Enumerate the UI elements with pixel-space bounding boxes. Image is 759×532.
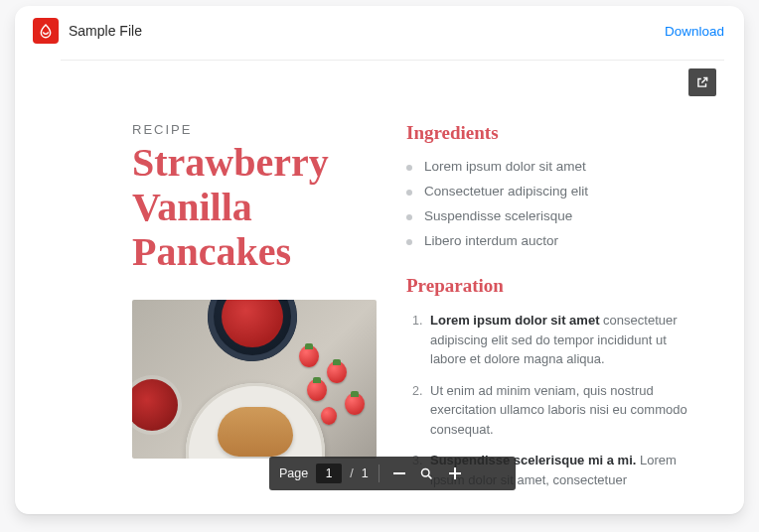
- recipe-title: Strawberry Vanilla Pancakes: [132, 141, 377, 274]
- preparation-heading: Preparation: [406, 275, 696, 297]
- list-item: Suspendisse scelerisque: [406, 203, 696, 228]
- toolbar-divider: [379, 465, 380, 482]
- page-toolbar: Page / 1: [269, 457, 516, 490]
- list-item: Libero interdum auctor: [406, 228, 696, 253]
- recipe-photo: [132, 300, 377, 459]
- right-column: Ingredients Lorem ipsum dolor sit amet C…: [406, 122, 696, 497]
- step-lead: Lorem ipsum dolor sit amet: [430, 313, 599, 328]
- file-identity: Sample File: [33, 18, 142, 44]
- left-column: RECIPE Strawberry Vanilla Pancakes: [132, 122, 377, 497]
- page-number-input[interactable]: [316, 464, 342, 483]
- pdf-embed-card: Sample File Download RECIPE Strawberry V…: [15, 6, 744, 514]
- minus-icon: [393, 472, 405, 474]
- ingredients-list: Lorem ipsum dolor sit amet Consectetuer …: [406, 154, 696, 253]
- page-separator: /: [350, 466, 353, 480]
- page-label: Page: [279, 466, 308, 480]
- document-page: RECIPE Strawberry Vanilla Pancakes Ingre…: [61, 66, 724, 497]
- header-bar: Sample File Download: [15, 6, 744, 50]
- plus-icon: [449, 467, 461, 479]
- open-external-button[interactable]: [688, 68, 716, 96]
- open-external-icon: [695, 75, 709, 89]
- svg-point-0: [422, 468, 430, 476]
- list-item: Ut enim ad minim veniam, quis nostrud ex…: [426, 377, 696, 448]
- magnifier-icon: [419, 466, 434, 481]
- file-name: Sample File: [69, 23, 142, 39]
- download-link[interactable]: Download: [665, 24, 724, 39]
- page-total: 1: [362, 466, 369, 480]
- list-item: Lorem ipsum dolor sit amet consectetuer …: [426, 307, 696, 377]
- list-item: Consectetuer adipiscing elit: [406, 179, 696, 203]
- ingredients-heading: Ingredients: [406, 122, 696, 144]
- recipe-eyebrow: RECIPE: [132, 122, 377, 137]
- zoom-out-button[interactable]: [389, 464, 409, 483]
- pdf-icon: [33, 18, 59, 44]
- pdf-viewer: RECIPE Strawberry Vanilla Pancakes Ingre…: [61, 60, 724, 496]
- zoom-fill-button[interactable]: [417, 464, 437, 483]
- step-text: Ut enim ad minim veniam, quis nostrud ex…: [430, 383, 687, 437]
- zoom-in-button[interactable]: [445, 464, 465, 483]
- list-item: Lorem ipsum dolor sit amet: [406, 154, 696, 179]
